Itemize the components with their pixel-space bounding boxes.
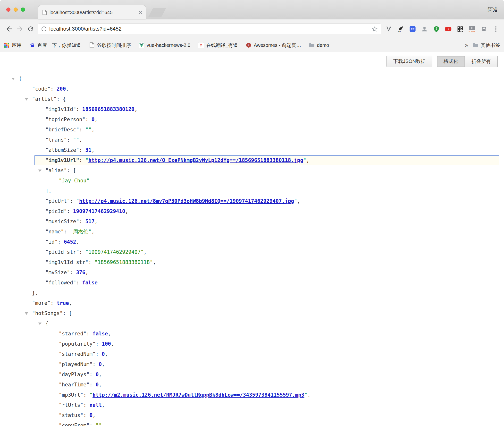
json-string: "周杰伦" xyxy=(70,229,91,235)
youtube-extension-icon[interactable] xyxy=(445,25,452,33)
vue-icon xyxy=(139,42,144,48)
format-button[interactable]: 格式化 xyxy=(437,56,465,67)
other-bookmarks-folder[interactable]: 其他书签 xyxy=(473,42,500,49)
json-number: 0 xyxy=(89,412,92,418)
svg-text:FE: FE xyxy=(411,27,414,31)
download-json-button[interactable]: 下载JSON数据 xyxy=(386,56,432,67)
browser-tab[interactable]: localhost:3000/artists?id=645 × xyxy=(38,5,146,19)
url-text[interactable]: localhost:3000/artists?id=6452 xyxy=(49,26,371,32)
json-number: 0 xyxy=(96,382,99,388)
bookmark-star-icon[interactable] xyxy=(371,26,378,32)
bookmark-item[interactable]: demo xyxy=(309,42,329,48)
folder-icon xyxy=(309,42,315,48)
json-key: "name" xyxy=(45,229,64,235)
collapse-all-button[interactable]: 折叠所有 xyxy=(465,56,498,67)
json-punctuation: : xyxy=(83,412,89,418)
player-extension-icon[interactable]: PLAYER xyxy=(468,25,476,33)
minimize-window-button[interactable] xyxy=(14,8,18,12)
other-bookmarks-label: 其他书签 xyxy=(481,42,500,49)
json-punctuation: , xyxy=(307,392,311,398)
bookmark-item[interactable]: vue-hackernews-2.0 xyxy=(139,42,190,48)
fe-extension-icon[interactable]: FE xyxy=(409,25,416,33)
json-punctuation: , xyxy=(111,341,114,347)
collapse-toggle-icon[interactable] xyxy=(38,323,42,325)
json-line: "briefDesc": "", xyxy=(0,125,504,135)
svg-text:PLAYER: PLAYER xyxy=(469,30,475,33)
json-punctuation: : xyxy=(58,239,64,245)
json-key: "code" xyxy=(32,86,50,92)
json-punctuation: , xyxy=(105,351,108,357)
bookmarks-right: » 其他书签 xyxy=(460,42,500,49)
json-string: "18569651883380118" xyxy=(94,259,153,265)
json-line: { xyxy=(0,318,504,329)
json-punctuation: : xyxy=(89,372,95,377)
json-key: "topicPerson" xyxy=(45,117,85,122)
tab-title: localhost:3000/artists?id=645 xyxy=(50,10,136,15)
collapse-toggle-icon[interactable] xyxy=(11,78,15,80)
json-string: "" xyxy=(73,137,79,143)
json-line: "img1v1Id_str": "18569651883380118", xyxy=(0,257,504,267)
json-number: 200 xyxy=(57,86,66,92)
profile-name[interactable]: 阿发 xyxy=(487,6,498,14)
bookmarks-bar: 应用百度一下，你就知道谷歌按时间排序vue-hackernews-2.0Y在线翻… xyxy=(0,38,504,52)
forward-icon[interactable] xyxy=(15,24,25,34)
json-key: "img1v1Id" xyxy=(45,106,76,112)
json-line: "alias": [ xyxy=(0,165,504,176)
tab-close-icon[interactable]: × xyxy=(139,9,142,16)
bookmark-item[interactable]: 应用 xyxy=(4,42,22,49)
collapse-toggle-icon[interactable] xyxy=(25,312,28,315)
shield-extension-icon[interactable] xyxy=(433,25,440,33)
json-line: "picId_str": "19097417462929407", xyxy=(0,247,504,257)
address-bar[interactable]: localhost:3000/artists?id=6452 xyxy=(38,24,381,34)
json-number: 0 xyxy=(99,361,102,367)
json-line: ], xyxy=(0,186,504,196)
json-punctuation: : xyxy=(96,351,102,357)
bookmark-label: 应用 xyxy=(12,42,22,49)
youdao-translate-pen-icon[interactable]: en xyxy=(397,25,404,33)
json-punctuation: ], xyxy=(45,188,51,194)
collapse-toggle-icon[interactable] xyxy=(25,98,28,101)
baidu-paw-icon xyxy=(29,42,35,48)
json-punctuation: , xyxy=(99,372,102,377)
profile-person-icon[interactable] xyxy=(421,25,428,33)
qr-code-extension-icon[interactable] xyxy=(456,25,464,33)
youdao-icon: Y xyxy=(198,42,204,48)
json-line: "code": 200, xyxy=(0,84,504,94)
window-controls xyxy=(6,8,25,12)
json-url-link[interactable]: http://m2.music.126.net/RMJR7wDullRqppBk… xyxy=(92,392,304,398)
bookmark-item[interactable]: 谷歌按时间排序 xyxy=(89,42,131,49)
json-punctuation: , xyxy=(102,402,105,408)
bookmark-item[interactable]: Y在线翻译_有道 xyxy=(198,42,238,49)
page-info-icon[interactable] xyxy=(41,26,47,32)
close-window-button[interactable] xyxy=(6,8,10,12)
json-line: "picUrl": "http://p4.music.126.net/8mv7q… xyxy=(0,196,504,206)
json-url-link[interactable]: http://p4.music.126.net/Q_ExePNkmgB2yWyL… xyxy=(88,157,303,163)
bookmark-item[interactable]: AAwesomes - 前端资… xyxy=(246,42,301,49)
zoom-window-button[interactable] xyxy=(21,8,25,12)
json-line: "playedNum": 0, xyxy=(0,359,504,369)
json-url-link[interactable]: http://p4.music.126.net/8mv7qP30Pd3oHW8b… xyxy=(79,198,294,204)
json-key: "mp3Url" xyxy=(59,392,83,398)
paw-extension-icon[interactable] xyxy=(480,25,488,33)
json-punctuation: , xyxy=(144,249,147,255)
bookmark-item[interactable]: 百度一下，你就知道 xyxy=(29,42,81,49)
collapse-toggle-icon[interactable] xyxy=(38,170,42,172)
json-punctuation: , xyxy=(125,208,128,214)
json-punctuation: : xyxy=(70,198,76,204)
bookmark-label: Awesomes - 前端资… xyxy=(254,42,301,49)
json-punctuation: : xyxy=(96,341,102,347)
bookmark-label: demo xyxy=(317,43,329,48)
json-punctuation: { xyxy=(19,76,22,82)
json-key: "musicSize" xyxy=(45,219,79,224)
bookmarks-overflow-icon[interactable]: » xyxy=(465,42,468,49)
browser-window: localhost:3000/artists?id=645 × 阿发 local… xyxy=(0,0,504,426)
page-icon xyxy=(89,42,95,48)
json-boolean: true xyxy=(57,300,69,306)
reload-icon[interactable] xyxy=(25,24,36,34)
json-punctuation: : xyxy=(79,147,85,153)
vimium-extension-icon[interactable] xyxy=(385,25,393,33)
new-tab-button[interactable] xyxy=(148,8,166,17)
browser-menu-icon[interactable] xyxy=(492,25,500,33)
back-icon[interactable] xyxy=(4,24,15,34)
json-punctuation: : xyxy=(86,331,92,337)
